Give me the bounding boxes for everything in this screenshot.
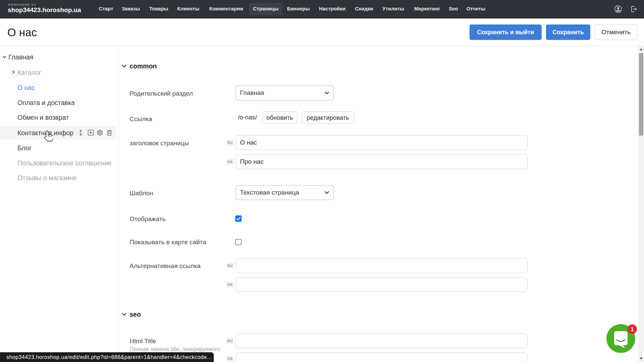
svg-text:1: 1 xyxy=(631,326,634,332)
